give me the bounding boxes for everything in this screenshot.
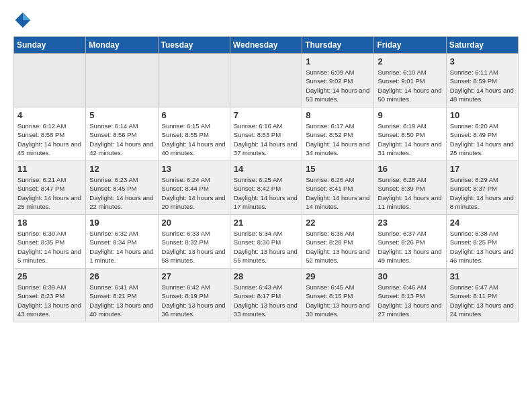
day-info: Sunrise: 6:45 AM Sunset: 8:15 PM Dayligh… [306, 283, 370, 318]
calendar-cell: 29Sunrise: 6:45 AM Sunset: 8:15 PM Dayli… [302, 269, 374, 322]
day-number: 9 [378, 110, 442, 120]
day-info: Sunrise: 6:26 AM Sunset: 8:41 PM Dayligh… [306, 175, 370, 211]
logo [13, 11, 35, 30]
calendar-cell: 27Sunrise: 6:42 AM Sunset: 8:19 PM Dayli… [158, 269, 230, 322]
calendar-cell: 31Sunrise: 6:47 AM Sunset: 8:11 PM Dayli… [446, 269, 518, 322]
day-number: 3 [450, 56, 515, 66]
day-info: Sunrise: 6:24 AM Sunset: 8:44 PM Dayligh… [162, 175, 226, 211]
calendar-cell: 2Sunrise: 6:10 AM Sunset: 9:01 PM Daylig… [374, 54, 446, 107]
day-number: 26 [89, 271, 154, 281]
day-number: 12 [89, 164, 154, 174]
day-number: 14 [234, 164, 298, 174]
page: SundayMondayTuesdayWednesdayThursdayFrid… [0, 0, 532, 411]
calendar-week-row: 4Sunrise: 6:12 AM Sunset: 8:58 PM Daylig… [14, 107, 519, 161]
day-number: 17 [450, 164, 515, 174]
calendar-cell: 1Sunrise: 6:09 AM Sunset: 9:02 PM Daylig… [302, 54, 374, 107]
day-info: Sunrise: 6:09 AM Sunset: 9:02 PM Dayligh… [306, 68, 370, 103]
calendar-cell: 19Sunrise: 6:32 AM Sunset: 8:34 PM Dayli… [86, 215, 158, 269]
weekday-header: Friday [374, 37, 446, 54]
day-number: 7 [234, 110, 298, 120]
calendar-week-row: 11Sunrise: 6:21 AM Sunset: 8:47 PM Dayli… [14, 161, 519, 215]
calendar-cell: 24Sunrise: 6:38 AM Sunset: 8:25 PM Dayli… [446, 215, 518, 269]
day-number: 22 [306, 218, 370, 228]
day-number: 6 [162, 110, 226, 120]
calendar-cell: 3Sunrise: 6:11 AM Sunset: 8:59 PM Daylig… [446, 54, 518, 107]
day-number: 10 [450, 110, 515, 120]
calendar-cell: 6Sunrise: 6:15 AM Sunset: 8:55 PM Daylig… [158, 107, 230, 161]
calendar-cell: 20Sunrise: 6:33 AM Sunset: 8:32 PM Dayli… [158, 215, 230, 269]
day-info: Sunrise: 6:38 AM Sunset: 8:25 PM Dayligh… [450, 229, 515, 265]
day-info: Sunrise: 6:47 AM Sunset: 8:11 PM Dayligh… [450, 283, 515, 318]
weekday-header: Monday [86, 37, 158, 54]
calendar-cell [14, 54, 86, 107]
calendar-week-row: 1Sunrise: 6:09 AM Sunset: 9:02 PM Daylig… [14, 54, 519, 107]
day-info: Sunrise: 6:17 AM Sunset: 8:52 PM Dayligh… [306, 122, 370, 157]
day-info: Sunrise: 6:36 AM Sunset: 8:28 PM Dayligh… [306, 229, 370, 265]
calendar-cell: 26Sunrise: 6:41 AM Sunset: 8:21 PM Dayli… [86, 269, 158, 322]
day-info: Sunrise: 6:41 AM Sunset: 8:21 PM Dayligh… [89, 283, 154, 318]
day-number: 31 [450, 271, 515, 281]
calendar-cell: 15Sunrise: 6:26 AM Sunset: 8:41 PM Dayli… [302, 161, 374, 215]
day-info: Sunrise: 6:21 AM Sunset: 8:47 PM Dayligh… [17, 175, 82, 211]
day-info: Sunrise: 6:14 AM Sunset: 8:56 PM Dayligh… [89, 122, 154, 157]
day-info: Sunrise: 6:15 AM Sunset: 8:55 PM Dayligh… [162, 122, 226, 157]
calendar-cell: 22Sunrise: 6:36 AM Sunset: 8:28 PM Dayli… [302, 215, 374, 269]
day-number: 25 [17, 271, 82, 281]
weekday-header: Sunday [14, 37, 86, 54]
day-info: Sunrise: 6:23 AM Sunset: 8:45 PM Dayligh… [89, 175, 154, 211]
day-number: 5 [89, 110, 154, 120]
weekday-header: Wednesday [230, 37, 302, 54]
day-number: 13 [162, 164, 226, 174]
day-number: 21 [234, 218, 298, 228]
day-number: 2 [378, 56, 442, 66]
day-info: Sunrise: 6:29 AM Sunset: 8:37 PM Dayligh… [450, 175, 515, 211]
day-info: Sunrise: 6:32 AM Sunset: 8:34 PM Dayligh… [89, 229, 154, 265]
calendar-cell: 11Sunrise: 6:21 AM Sunset: 8:47 PM Dayli… [14, 161, 86, 215]
day-number: 28 [234, 271, 298, 281]
day-number: 4 [17, 110, 82, 120]
calendar-cell: 18Sunrise: 6:30 AM Sunset: 8:35 PM Dayli… [14, 215, 86, 269]
weekday-header: Thursday [302, 37, 374, 54]
day-info: Sunrise: 6:34 AM Sunset: 8:30 PM Dayligh… [234, 229, 298, 265]
day-number: 11 [17, 164, 82, 174]
day-number: 15 [306, 164, 370, 174]
calendar-cell: 25Sunrise: 6:39 AM Sunset: 8:23 PM Dayli… [14, 269, 86, 322]
day-number: 8 [306, 110, 370, 120]
calendar-header-row: SundayMondayTuesdayWednesdayThursdayFrid… [14, 37, 519, 54]
day-info: Sunrise: 6:20 AM Sunset: 8:49 PM Dayligh… [450, 122, 515, 157]
day-info: Sunrise: 6:33 AM Sunset: 8:32 PM Dayligh… [162, 229, 226, 265]
calendar-week-row: 25Sunrise: 6:39 AM Sunset: 8:23 PM Dayli… [14, 269, 519, 322]
calendar-cell: 30Sunrise: 6:46 AM Sunset: 8:13 PM Dayli… [374, 269, 446, 322]
day-info: Sunrise: 6:46 AM Sunset: 8:13 PM Dayligh… [378, 283, 442, 318]
day-info: Sunrise: 6:28 AM Sunset: 8:39 PM Dayligh… [378, 175, 442, 211]
day-info: Sunrise: 6:39 AM Sunset: 8:23 PM Dayligh… [17, 283, 82, 318]
day-number: 30 [378, 271, 442, 281]
svg-marker-1 [23, 13, 30, 20]
day-number: 20 [162, 218, 226, 228]
day-info: Sunrise: 6:37 AM Sunset: 8:26 PM Dayligh… [378, 229, 442, 265]
day-info: Sunrise: 6:11 AM Sunset: 8:59 PM Dayligh… [450, 68, 515, 103]
calendar-cell: 13Sunrise: 6:24 AM Sunset: 8:44 PM Dayli… [158, 161, 230, 215]
calendar-cell: 14Sunrise: 6:25 AM Sunset: 8:42 PM Dayli… [230, 161, 302, 215]
day-info: Sunrise: 6:19 AM Sunset: 8:50 PM Dayligh… [378, 122, 442, 157]
calendar-cell [158, 54, 230, 107]
weekday-header: Tuesday [158, 37, 230, 54]
calendar-cell: 5Sunrise: 6:14 AM Sunset: 8:56 PM Daylig… [86, 107, 158, 161]
calendar-cell: 23Sunrise: 6:37 AM Sunset: 8:26 PM Dayli… [374, 215, 446, 269]
calendar-cell: 7Sunrise: 6:16 AM Sunset: 8:53 PM Daylig… [230, 107, 302, 161]
day-number: 24 [450, 218, 515, 228]
day-number: 16 [378, 164, 442, 174]
logo-icon [13, 11, 32, 30]
day-info: Sunrise: 6:43 AM Sunset: 8:17 PM Dayligh… [234, 283, 298, 318]
calendar-cell [86, 54, 158, 107]
day-info: Sunrise: 6:16 AM Sunset: 8:53 PM Dayligh… [234, 122, 298, 157]
calendar-cell: 9Sunrise: 6:19 AM Sunset: 8:50 PM Daylig… [374, 107, 446, 161]
day-info: Sunrise: 6:30 AM Sunset: 8:35 PM Dayligh… [17, 229, 82, 265]
calendar-cell [230, 54, 302, 107]
calendar-cell: 10Sunrise: 6:20 AM Sunset: 8:49 PM Dayli… [446, 107, 518, 161]
calendar-cell: 28Sunrise: 6:43 AM Sunset: 8:17 PM Dayli… [230, 269, 302, 322]
day-info: Sunrise: 6:42 AM Sunset: 8:19 PM Dayligh… [162, 283, 226, 318]
header [13, 11, 519, 30]
day-number: 27 [162, 271, 226, 281]
day-number: 1 [306, 56, 370, 66]
